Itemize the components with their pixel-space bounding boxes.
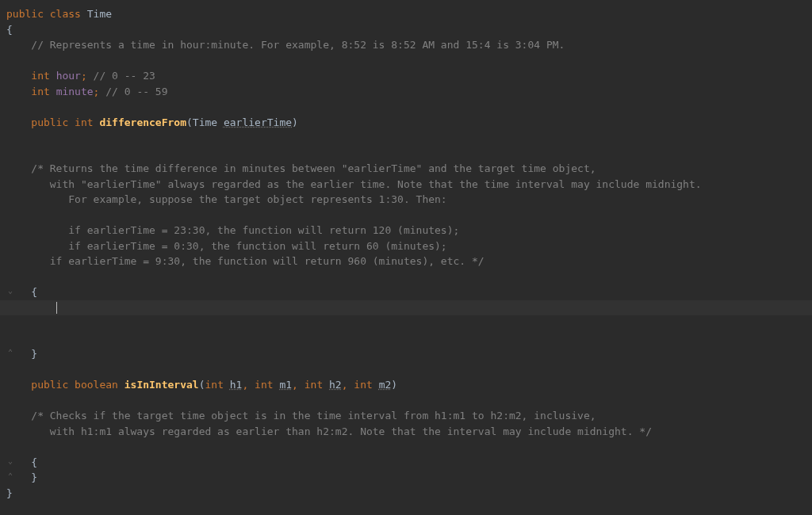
code-line: /* Returns the time difference in minute…: [0, 161, 812, 177]
code-line: }: [0, 486, 812, 502]
code-line: with h1:m1 always regarded as earlier th…: [0, 424, 812, 440]
param-m1: m1: [279, 379, 292, 391]
code-line: For example, suppose the target object r…: [0, 192, 812, 208]
paren-close: ): [292, 116, 298, 128]
code-line: if earlierTime = 0:30, the function will…: [0, 238, 812, 254]
keyword-int: int: [205, 379, 223, 391]
fold-icon[interactable]: ⌄: [8, 284, 13, 296]
code-line: ⌄ {: [0, 284, 812, 300]
code-line: [0, 393, 812, 409]
comment: // 0 -- 23: [87, 70, 155, 82]
comment: /* Returns the time difference in minute…: [31, 162, 596, 174]
comma: ,: [342, 379, 348, 391]
code-line: // Represents a time in hour:minute. For…: [0, 37, 812, 53]
paren-open: (: [186, 116, 193, 128]
code-line: if earlierTime = 9:30, the function will…: [0, 254, 812, 269]
comment: if earlierTime = 23:30, the function wil…: [31, 224, 459, 236]
param-h2: h2: [329, 379, 342, 391]
keyword-public: public: [31, 116, 68, 128]
class-name: Time: [87, 8, 112, 20]
code-line: [0, 146, 812, 162]
comment: // Represents a time in hour:minute. For…: [31, 39, 565, 51]
brace-close: }: [6, 487, 13, 499]
code-line: [0, 269, 812, 285]
comment: with h1:m1 always regarded as earlier th…: [31, 425, 652, 437]
code-line: public int differenceFrom(Time earlierTi…: [0, 115, 812, 131]
code-line: public class Time: [0, 6, 812, 22]
keyword-int: int: [304, 379, 323, 391]
code-editor[interactable]: public class Time { // Represents a time…: [0, 6, 812, 501]
comment: /* Checks if the target time object is i…: [31, 410, 596, 422]
code-line: ⌃ }: [0, 346, 812, 362]
param-type: Time: [193, 116, 217, 128]
comment: if earlierTime = 9:30, the function will…: [31, 255, 484, 267]
keyword-int: int: [354, 379, 372, 391]
keyword-public: public: [6, 8, 44, 20]
keyword-class: class: [50, 8, 81, 20]
code-line-current: [0, 300, 812, 316]
code-line: [0, 53, 812, 69]
code-line: int hour; // 0 -- 23: [0, 68, 812, 84]
code-line: [0, 362, 812, 378]
keyword-int: int: [255, 379, 273, 391]
brace-open: {: [31, 286, 37, 298]
keyword-int: int: [31, 86, 49, 97]
field-hour: hour: [56, 70, 81, 82]
code-line: public boolean isInInterval(int h1, int …: [0, 377, 812, 393]
code-line: [0, 439, 812, 455]
code-line: [0, 331, 812, 347]
brace-open: {: [6, 24, 13, 36]
fold-end-icon[interactable]: ⌃: [8, 470, 13, 482]
code-line: if earlierTime = 23:30, the function wil…: [0, 223, 812, 238]
brace-close: }: [31, 348, 37, 360]
brace-open: {: [31, 456, 37, 468]
comment: For example, suppose the target object r…: [31, 193, 446, 205]
paren-close: ): [391, 379, 397, 391]
comment: with "earlierTime" always regarded as th…: [31, 178, 701, 190]
comma: ,: [242, 379, 248, 391]
keyword-int: int: [31, 70, 49, 82]
code-line: ⌄ {: [0, 455, 812, 471]
field-minute: minute: [56, 86, 94, 97]
param-m2: m2: [379, 379, 392, 391]
code-line: ⌃ }: [0, 470, 812, 486]
keyword-boolean: boolean: [75, 379, 118, 391]
keyword-int: int: [75, 116, 93, 128]
fold-end-icon[interactable]: ⌃: [8, 346, 13, 358]
code-line: [0, 208, 812, 223]
comment: // 0 -- 59: [99, 86, 167, 97]
brace-close: }: [31, 471, 37, 483]
keyword-public: public: [31, 379, 68, 391]
comma: ,: [292, 379, 298, 391]
code-line: /* Checks if the target time object is i…: [0, 408, 812, 424]
method-isInInterval: isInInterval: [124, 379, 199, 391]
code-line: int minute; // 0 -- 59: [0, 84, 812, 100]
code-line: [0, 130, 812, 146]
fold-icon[interactable]: ⌄: [8, 455, 13, 467]
code-line: {: [0, 22, 812, 38]
code-line: [0, 99, 812, 115]
param-earlierTime: earlierTime: [224, 116, 292, 128]
method-differenceFrom: differenceFrom: [99, 116, 186, 128]
semicolon: ;: [81, 70, 87, 82]
code-line: [0, 315, 812, 331]
param-h1: h1: [230, 379, 243, 391]
comment: if earlierTime = 0:30, the function will…: [31, 240, 446, 252]
code-line: with "earlierTime" always regarded as th…: [0, 177, 812, 193]
text-cursor: [56, 302, 57, 314]
